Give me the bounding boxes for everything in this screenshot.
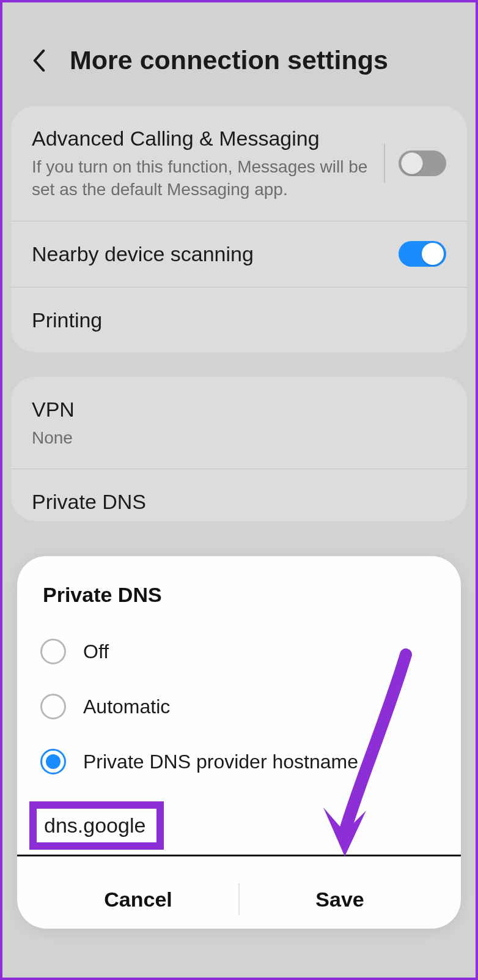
page-title: More connection settings xyxy=(70,45,388,75)
divider xyxy=(384,144,385,183)
radio-icon xyxy=(40,639,66,664)
row-vpn[interactable]: VPN None xyxy=(11,377,467,469)
radio-icon xyxy=(40,694,66,719)
input-underline xyxy=(17,855,461,856)
dialog-title: Private DNS xyxy=(38,583,440,607)
cancel-button[interactable]: Cancel xyxy=(38,870,238,929)
row-main: Private DNS xyxy=(32,489,446,515)
annotation-highlight-box: dns.google xyxy=(29,801,164,850)
row-printing[interactable]: Printing xyxy=(11,287,467,353)
back-icon[interactable] xyxy=(27,48,51,73)
private-dns-dialog: Private DNS Off Automatic Private DNS pr… xyxy=(17,556,461,929)
toggle-nearby-scanning[interactable] xyxy=(399,241,446,267)
row-title: Advanced Calling & Messaging xyxy=(32,125,373,152)
radio-label: Private DNS provider hostname xyxy=(83,751,358,773)
radio-option-automatic[interactable]: Automatic xyxy=(38,679,440,734)
radio-label: Automatic xyxy=(83,696,170,718)
row-main: VPN None xyxy=(32,396,446,449)
row-nearby-scanning[interactable]: Nearby device scanning xyxy=(11,221,467,287)
settings-page: More connection settings Advanced Callin… xyxy=(2,2,476,521)
save-button[interactable]: Save xyxy=(240,870,440,929)
row-title: Printing xyxy=(32,307,446,333)
dialog-actions: Cancel Save xyxy=(38,870,440,929)
radio-label: Off xyxy=(83,640,109,663)
header: More connection settings xyxy=(2,27,476,106)
row-main: Nearby device scanning xyxy=(32,241,399,267)
radio-option-hostname[interactable]: Private DNS provider hostname xyxy=(38,734,440,789)
row-title: Nearby device scanning xyxy=(32,241,399,267)
settings-card-2: VPN None Private DNS xyxy=(11,377,467,521)
toggle-advanced-calling[interactable] xyxy=(399,150,446,176)
radio-icon xyxy=(40,749,66,774)
row-title: Private DNS xyxy=(32,489,446,515)
row-main: Printing xyxy=(32,307,446,333)
hostname-input[interactable]: dns.google xyxy=(44,814,145,837)
row-subtitle: None xyxy=(32,426,446,450)
row-advanced-calling[interactable]: Advanced Calling & Messaging If you turn… xyxy=(11,106,467,221)
row-subtitle: If you turn on this function, Messages w… xyxy=(32,155,373,202)
settings-card-1: Advanced Calling & Messaging If you turn… xyxy=(11,106,467,352)
row-title: VPN xyxy=(32,396,446,423)
row-private-dns[interactable]: Private DNS xyxy=(11,469,467,521)
row-main: Advanced Calling & Messaging If you turn… xyxy=(32,125,373,201)
hostname-input-wrapper: dns.google xyxy=(17,801,461,853)
radio-option-off[interactable]: Off xyxy=(38,624,440,679)
